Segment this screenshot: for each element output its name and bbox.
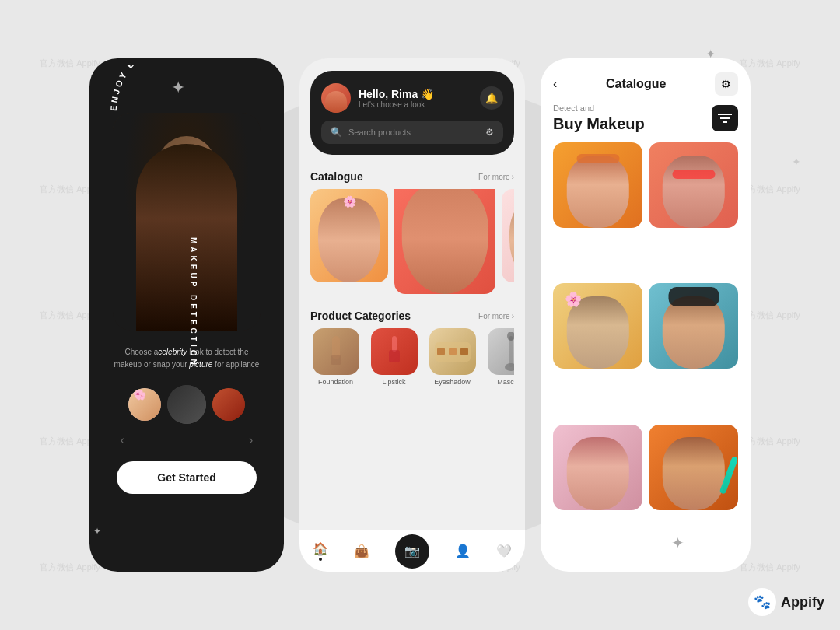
nav-active-dot xyxy=(319,558,322,561)
svg-rect-7 xyxy=(437,348,445,355)
photo-card-6[interactable] xyxy=(649,425,738,510)
detect-buy-section: Detect and Buy Makeup xyxy=(553,103,738,133)
svg-rect-3 xyxy=(331,355,341,365)
svg-rect-4 xyxy=(392,336,397,352)
greeting-sub: Let's choose a look xyxy=(359,100,434,109)
screens-container: ENJOY EASY MAKEUP DETECTION Choose acele… xyxy=(0,0,840,630)
category-lipstick[interactable]: Lipstick xyxy=(369,328,419,386)
detect-label: Detect and xyxy=(553,103,645,113)
foundation-label: Foundation xyxy=(318,378,353,386)
catalogue-page-title: Catalogue xyxy=(606,77,666,91)
eyeshadow-icon xyxy=(429,328,476,375)
settings-button[interactable]: ⚙ xyxy=(715,72,738,96)
face-2 xyxy=(402,189,488,294)
greeting-text: Hello, Rima 👋 Let's choose a look xyxy=(359,88,434,109)
profile-icon: 👤 xyxy=(455,544,471,558)
prev-arrow-icon[interactable]: ‹ xyxy=(121,433,124,447)
user-avatar xyxy=(321,83,351,113)
get-started-button[interactable]: Get Started xyxy=(117,461,257,494)
face-photo-5 xyxy=(566,437,629,510)
appify-brand-name: Appify xyxy=(781,594,824,611)
lipstick-icon xyxy=(371,328,418,375)
camera-icon: 📷 xyxy=(404,544,420,558)
categories-for-more[interactable]: For more › xyxy=(478,312,514,320)
photo-card-3[interactable]: 🌸 xyxy=(553,283,642,369)
product-categories-section: Product Categories For more › xyxy=(310,310,514,390)
screen1-intro: ENJOY EASY MAKEUP DETECTION Choose acele… xyxy=(89,58,284,572)
appify-brand: 🐾 Appify xyxy=(748,588,824,616)
thumbnail-3[interactable] xyxy=(212,388,245,421)
detect-title-row: Detect and Buy Makeup xyxy=(553,103,738,133)
face-photo-1 xyxy=(566,156,629,229)
catalogue-card-2[interactable] xyxy=(394,189,495,294)
nav-shopping[interactable]: 👜 xyxy=(354,544,369,558)
photo-card-2[interactable] xyxy=(649,142,738,228)
photo-card-1[interactable] xyxy=(553,142,642,228)
topbar: ‹ Catalogue ⚙ xyxy=(553,58,738,103)
category-foundation[interactable]: Foundation xyxy=(310,328,361,386)
photo-card-4[interactable] xyxy=(649,283,738,369)
catalogue-header: Catalogue For more › xyxy=(310,170,514,183)
vertical-text-right: MAKEUP DETECTION xyxy=(184,237,203,393)
category-mascara[interactable]: Mascara xyxy=(485,328,514,386)
face-1 xyxy=(318,198,380,282)
catalogue-title: Catalogue xyxy=(310,170,363,183)
bag-icon: 👜 xyxy=(354,544,369,558)
catalogue-scroll[interactable]: 🌸 xyxy=(310,189,514,300)
screen3-catalogue: ‹ Catalogue ⚙ Detect and Buy Makeup xyxy=(541,58,751,572)
carousel-navigation: ‹ › xyxy=(121,433,254,447)
greeting-left: Hello, Rima 👋 Let's choose a look xyxy=(321,83,434,113)
search-icon: 🔍 xyxy=(331,127,342,138)
svg-rect-5 xyxy=(389,350,400,362)
filter-icon[interactable]: ⚙ xyxy=(485,127,494,138)
search-bar[interactable]: 🔍 Search products ⚙ xyxy=(321,121,503,144)
face-photo-4 xyxy=(662,296,725,369)
nav-profile[interactable]: 👤 xyxy=(455,544,471,558)
mascara-icon xyxy=(488,328,515,375)
face-photo-6 xyxy=(662,437,725,510)
greeting-name: Hello, Rima 👋 xyxy=(359,88,434,100)
catalogue-card-1[interactable]: 🌸 xyxy=(310,189,388,282)
screen2-main: Hello, Rima 👋 Let's choose a look 🔔 🔍 Se… xyxy=(299,58,525,572)
back-button[interactable]: ‹ xyxy=(553,77,557,91)
lipstick-label: Lipstick xyxy=(382,378,405,386)
appify-icon: 🐾 xyxy=(754,593,771,611)
notification-bell[interactable]: 🔔 xyxy=(480,86,503,110)
bell-icon: 🔔 xyxy=(485,93,498,104)
catalogue-card-3[interactable] xyxy=(502,189,514,282)
heart-icon: 🤍 xyxy=(496,544,512,558)
celebrity-thumbnails: 🌸 xyxy=(128,385,245,424)
filter-button[interactable] xyxy=(712,105,738,131)
thumbnail-1[interactable]: 🌸 xyxy=(128,388,161,421)
svg-text:ENJOY EASY: ENJOY EASY xyxy=(109,65,156,111)
face-photo-2 xyxy=(662,156,725,229)
next-arrow-icon[interactable]: › xyxy=(249,433,253,447)
product-categories-list: Foundation Lipstick xyxy=(310,328,514,390)
photo-grid: 🌸 xyxy=(553,142,738,559)
search-placeholder-text: Search products xyxy=(348,128,479,137)
photo-card-5[interactable] xyxy=(553,425,642,510)
svg-rect-9 xyxy=(460,348,468,355)
svg-point-12 xyxy=(507,332,515,341)
appify-logo: 🐾 xyxy=(748,588,776,616)
bottom-navigation: 🏠 👜 📷 👤 🤍 xyxy=(299,530,525,572)
product-categories-title: Product Categories xyxy=(310,310,411,322)
screen2-body: Catalogue For more › 🌸 xyxy=(299,155,525,530)
nav-camera-button[interactable]: 📷 xyxy=(395,534,429,569)
chevron-right-icon-2: › xyxy=(512,312,514,320)
face-3 xyxy=(509,198,514,282)
eyeshadow-label: Eyeshadow xyxy=(434,378,471,386)
home-icon: 🏠 xyxy=(313,541,328,556)
foundation-icon xyxy=(313,328,359,375)
arc-text-enjoy: ENJOY EASY xyxy=(109,65,156,111)
detect-text-block: Detect and Buy Makeup xyxy=(553,103,645,133)
filter-icon xyxy=(718,113,732,124)
thumbnail-2[interactable] xyxy=(167,385,206,424)
catalogue-for-more[interactable]: For more › xyxy=(478,173,514,181)
catalogue-section: Catalogue For more › 🌸 xyxy=(310,170,514,300)
nav-home[interactable]: 🏠 xyxy=(313,541,328,561)
svg-rect-8 xyxy=(449,348,457,355)
nav-favorites[interactable]: 🤍 xyxy=(496,544,512,558)
category-eyeshadow[interactable]: Eyeshadow xyxy=(427,328,478,386)
detect-title: Buy Makeup xyxy=(553,114,645,133)
